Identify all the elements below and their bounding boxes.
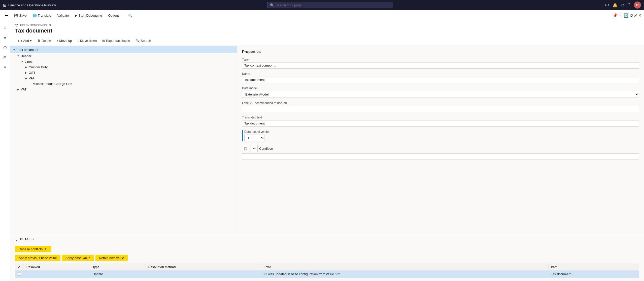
move-up-button[interactable]: ↑ Move up <box>54 38 74 44</box>
search-input[interactable] <box>276 3 390 7</box>
app-grid-icon[interactable]: ⊞ <box>3 3 6 8</box>
translated-text-group: Translated text <box>242 116 639 127</box>
save-button[interactable]: 💾 Save <box>12 13 29 18</box>
tree-panel[interactable]: ▼ Tax document ▼ Header ▼ Lines <box>10 45 237 234</box>
row-error: 92 was updated in base configuration fro… <box>261 271 548 278</box>
delete-icon: 🗑 <box>37 39 41 43</box>
condition-row: 📋 ✏ Condition <box>242 145 639 152</box>
search-tree-button[interactable]: 🔍 Search <box>133 38 154 44</box>
start-debugging-button[interactable]: ▶ Start Debugging <box>72 13 105 18</box>
row-path: Tax document <box>548 271 639 278</box>
data-model-version-group: Data model version 1 2 3 <box>242 130 639 141</box>
search-bar[interactable]: 🔍 <box>267 2 393 8</box>
app-title: Finance and Operations Preview <box>8 3 56 7</box>
tree-root-item[interactable]: ▼ Tax document <box>10 46 237 53</box>
search-tree-icon: 🔍 <box>136 39 140 43</box>
data-model-select[interactable]: ExtensionModel BaseModel <box>242 91 639 98</box>
tree-customduty-label: Custom Duty <box>29 65 48 69</box>
refresh-icon[interactable]: ↺ <box>630 13 633 18</box>
tree-vat-root-item[interactable]: ▶ VAT <box>10 86 237 92</box>
page-header: ⧩ EXTENSIONCONFIG : 3 Tax document <box>10 21 644 36</box>
details-collapse-arrow[interactable]: ▼ <box>15 239 18 242</box>
tree-header-label: Header <box>21 54 31 58</box>
validate-button[interactable]: Validate <box>55 13 71 18</box>
col-resolution: Resolution method <box>146 264 261 271</box>
data-model-version-select[interactable]: 1 2 3 <box>244 135 264 141</box>
avatar[interactable]: AD <box>634 2 641 9</box>
breadcrumb: EXTENSIONCONFIG : 3 <box>20 24 51 27</box>
row-checkbox-cell[interactable] <box>15 271 24 278</box>
content-area: ▼ Tax document ▼ Header ▼ Lines <box>10 45 644 234</box>
type-input[interactable] <box>242 62 639 69</box>
tree-vat-root-label: VAT <box>21 87 26 91</box>
pin-icon[interactable]: 📌 <box>613 13 618 18</box>
nav-home-icon[interactable]: ⌂ <box>1 23 9 31</box>
condition-input[interactable] <box>242 153 639 160</box>
rebase-conflicts-button[interactable]: Rebase conflicts (1) <box>15 246 51 252</box>
hamburger-icon[interactable]: ☰ <box>3 13 11 18</box>
top-bar: ⊞ Finance and Operations Preview 🔍 AD 🔔 … <box>0 0 644 10</box>
tree-lines-label: Lines <box>25 60 32 64</box>
translated-text-input[interactable] <box>242 120 639 127</box>
tree-vat-lines-arrow: ▶ <box>24 76 28 80</box>
tree-misc-item[interactable]: ▶ Miscellaneous Charge Line <box>10 81 237 86</box>
nav-workspaces-icon[interactable]: ⊟ <box>1 53 9 61</box>
table-row[interactable]: Update 92 was updated in base configurat… <box>15 271 639 278</box>
retain-own-button[interactable]: Retain own value <box>95 255 128 261</box>
tree-toolbar: + + Add ▾ 🗑 Delete ↑ Move up ↓ Move down… <box>10 36 644 45</box>
settings-icon[interactable]: ⚙ <box>621 3 625 8</box>
notification-icon[interactable]: 🔔 <box>613 3 618 8</box>
expand-collapse-button[interactable]: ⊞ Expand/collapse <box>100 38 132 44</box>
translate-button[interactable]: 🌐 Translate <box>30 13 54 18</box>
row-checkbox[interactable] <box>18 272 21 275</box>
tree-vat-lines-item[interactable]: ▶ VAT <box>10 75 237 81</box>
tree-gst-item[interactable]: ▶ GST <box>10 70 237 75</box>
tree-misc-label: Miscellaneous Charge Line <box>33 82 72 86</box>
properties-panel: Properties Type Name Data model Extensio… <box>237 45 644 234</box>
col-path: Path <box>548 264 639 271</box>
col-type: Type <box>90 264 146 271</box>
apply-base-button[interactable]: Apply base value <box>62 255 94 261</box>
delete-button[interactable]: 🗑 Delete <box>35 38 54 44</box>
help-icon[interactable]: ? <box>628 3 630 7</box>
left-nav: ⌂ ★ ◷ ⊟ ≡ <box>0 21 10 281</box>
name-input[interactable] <box>242 77 639 83</box>
row-type: Update <box>90 271 146 278</box>
type-label: Type <box>242 58 639 61</box>
col-resolved: Resolved <box>24 264 90 271</box>
main-content: ⧩ EXTENSIONCONFIG : 3 Tax document + + A… <box>10 21 644 281</box>
search-cmd-icon[interactable]: 🔍 <box>126 13 134 19</box>
nav-modules-icon[interactable]: ≡ <box>1 64 9 72</box>
tree-gst-arrow: ▶ <box>24 71 28 75</box>
move-down-button[interactable]: ↓ Move down <box>75 38 99 44</box>
label-input[interactable] <box>242 106 639 112</box>
window-icon[interactable]: 🗗 <box>619 13 623 18</box>
tree-header-item[interactable]: ▼ Header <box>10 53 237 59</box>
row-resolution-method <box>146 271 261 278</box>
condition-group: 📋 ✏ Condition <box>242 145 639 160</box>
expand-icon: ⊞ <box>102 39 105 43</box>
nav-recent-icon[interactable]: ◷ <box>1 43 9 51</box>
add-dropdown-icon: ▾ <box>30 39 32 43</box>
tree-customduty-item[interactable]: ▶ Custom Duty <box>10 64 237 70</box>
badge-icon[interactable]: 🔟 <box>624 13 629 18</box>
add-button[interactable]: + + Add ▾ <box>15 38 34 44</box>
col-error: Error <box>261 264 548 271</box>
condition-edit-button[interactable]: ✏ <box>251 145 258 152</box>
content-wrapper: ▼ Tax document ▼ Header ▼ Lines <box>10 45 644 281</box>
apply-prev-base-button[interactable]: Apply previous base value <box>15 255 60 261</box>
move-up-icon: ↑ <box>57 39 58 43</box>
condition-copy-button[interactable]: 📋 <box>242 145 249 152</box>
type-group: Type <box>242 58 639 69</box>
condition-label: Condition <box>259 147 273 150</box>
nav-favorites-icon[interactable]: ★ <box>1 33 9 41</box>
tree-lines-item[interactable]: ▼ Lines <box>10 59 237 64</box>
action-buttons: Apply previous base value Apply base val… <box>15 255 639 261</box>
filter-icon[interactable]: ⧩ <box>15 23 18 27</box>
debug-icon: ▶ <box>75 14 77 17</box>
tree-vat-lines-label: VAT <box>29 76 35 80</box>
maximize-icon[interactable]: ⤢ <box>634 13 637 18</box>
close-icon[interactable]: ✕ <box>638 13 641 18</box>
name-group: Name <box>242 72 639 83</box>
options-button[interactable]: Options <box>106 13 122 18</box>
